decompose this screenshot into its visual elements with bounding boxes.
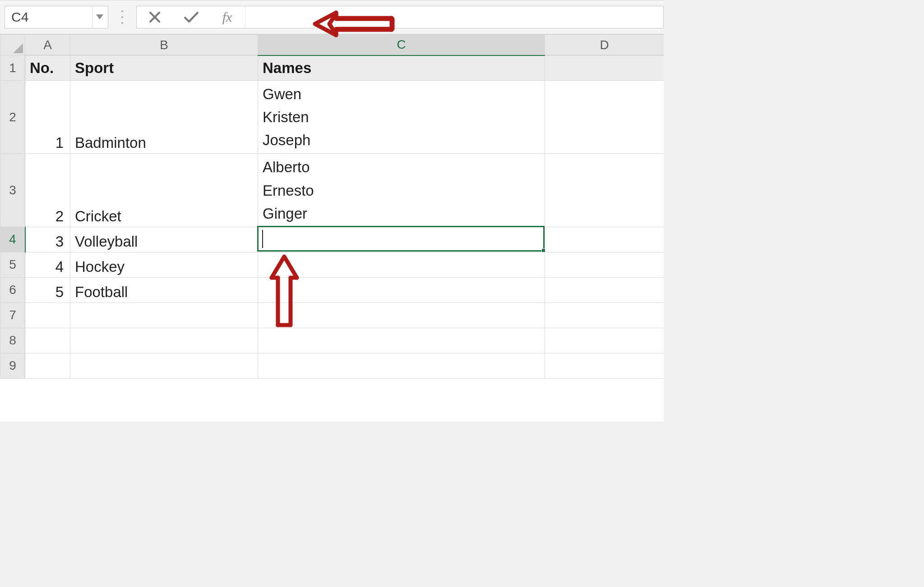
- col-header-C[interactable]: C: [258, 35, 545, 55]
- cell-D5[interactable]: [545, 252, 664, 277]
- grip-handle[interactable]: [108, 6, 136, 28]
- row-header-2[interactable]: 2: [0, 81, 25, 154]
- cell-C7[interactable]: [258, 303, 545, 328]
- cell-A7[interactable]: [25, 303, 70, 328]
- cell-D7[interactable]: [545, 303, 664, 328]
- cell-B8[interactable]: [70, 328, 258, 353]
- cell-A1[interactable]: No.: [25, 55, 70, 81]
- col-header-D[interactable]: D: [545, 35, 664, 55]
- cell-C5[interactable]: [258, 252, 545, 277]
- cell-B7[interactable]: [70, 303, 258, 328]
- cell-C8[interactable]: [258, 328, 545, 353]
- row-header-6[interactable]: 6: [0, 277, 25, 303]
- row-header-3[interactable]: 3: [0, 154, 25, 227]
- cell-B2[interactable]: Badminton: [70, 81, 258, 154]
- col-header-A[interactable]: A: [25, 35, 70, 55]
- insert-function-button[interactable]: fx: [209, 6, 245, 28]
- cell-A2[interactable]: 1: [25, 81, 70, 154]
- svg-point-1: [121, 10, 124, 13]
- cell-D1[interactable]: [545, 55, 664, 81]
- cancel-button[interactable]: [137, 6, 173, 28]
- cell-A6[interactable]: 5: [25, 277, 70, 303]
- fx-icon: fx: [222, 9, 232, 25]
- cell-C9[interactable]: [258, 353, 545, 378]
- cell-C1[interactable]: Names: [258, 55, 545, 81]
- cell-B1[interactable]: Sport: [70, 55, 258, 81]
- select-all-corner[interactable]: [0, 35, 25, 55]
- cell-D6[interactable]: [545, 277, 664, 303]
- cancel-icon: [148, 11, 161, 23]
- cell-D8[interactable]: [545, 328, 664, 353]
- cell-B3[interactable]: Cricket: [70, 154, 258, 227]
- cell-C3[interactable]: Alberto Ernesto Ginger: [258, 154, 545, 227]
- cell-D4[interactable]: [545, 227, 664, 252]
- formula-buttons: fx: [136, 6, 245, 28]
- row-header-4[interactable]: 4: [0, 227, 25, 252]
- name-box-dropdown-icon[interactable]: [92, 6, 103, 28]
- cell-D3[interactable]: [545, 154, 664, 227]
- cell-A4[interactable]: 3: [25, 227, 70, 252]
- cell-D2[interactable]: [545, 81, 664, 154]
- row-header-8[interactable]: 8: [0, 328, 25, 353]
- formula-bar: C4 fx: [0, 0, 664, 34]
- cell-B9[interactable]: [70, 353, 258, 378]
- cell-C2[interactable]: Gwen Kristen Joseph: [258, 81, 545, 154]
- spreadsheet: A B C D 1 No. Sport Names 2 1 Badminton …: [0, 34, 664, 422]
- enter-button[interactable]: [173, 6, 209, 28]
- cell-A8[interactable]: [25, 328, 70, 353]
- cell-D9[interactable]: [545, 353, 664, 378]
- row-header-9[interactable]: 9: [0, 353, 25, 378]
- row-header-7[interactable]: 7: [0, 303, 25, 328]
- cell-C6[interactable]: [258, 277, 545, 303]
- row-header-5[interactable]: 5: [0, 252, 25, 277]
- formula-input[interactable]: [245, 6, 664, 28]
- name-box[interactable]: C4: [5, 6, 108, 28]
- cell-A9[interactable]: [25, 353, 70, 378]
- cell-A5[interactable]: 4: [25, 252, 70, 277]
- col-header-B[interactable]: B: [70, 35, 258, 55]
- svg-point-2: [121, 16, 124, 18]
- grid[interactable]: A B C D 1 No. Sport Names 2 1 Badminton …: [0, 34, 664, 379]
- cell-B5[interactable]: Hockey: [70, 252, 258, 277]
- row-header-1[interactable]: 1: [0, 55, 25, 81]
- cell-B6[interactable]: Football: [70, 277, 258, 303]
- svg-marker-0: [96, 14, 103, 19]
- name-box-value: C4: [11, 9, 28, 25]
- cell-C4[interactable]: [258, 227, 545, 252]
- svg-point-3: [121, 22, 124, 24]
- cell-A3[interactable]: 2: [25, 154, 70, 227]
- cell-B4[interactable]: Volleyball: [70, 227, 258, 252]
- check-icon: [184, 11, 199, 23]
